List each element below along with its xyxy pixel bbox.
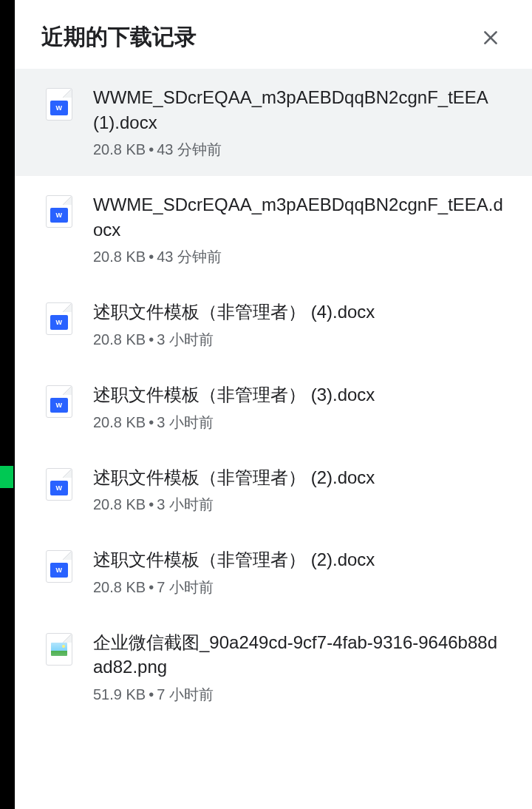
file-time: 43 分钟前 bbox=[157, 248, 222, 265]
download-item[interactable]: WWWME_SDcrEQAA_m3pAEBDqqBN2cgnF_tEEA.doc… bbox=[15, 176, 532, 283]
file-time: 43 分钟前 bbox=[157, 141, 222, 158]
downloads-panel: 近期的下载记录 WWWME_SDcrEQAA_m3pAEBDqqBN2cgnF_… bbox=[15, 0, 532, 809]
panel-title: 近期的下载记录 bbox=[41, 22, 197, 53]
file-size: 20.8 KB bbox=[93, 414, 146, 430]
word-file-icon: W bbox=[46, 195, 72, 228]
file-size: 20.8 KB bbox=[93, 141, 146, 158]
file-meta: 20.8 KB•3 小时前 bbox=[93, 494, 505, 515]
image-file-icon bbox=[46, 633, 72, 666]
close-icon bbox=[481, 28, 500, 47]
file-time: 7 小时前 bbox=[157, 686, 214, 703]
file-size: 20.8 KB bbox=[93, 496, 146, 512]
file-name: 述职文件模板（非管理者） (2).docx bbox=[93, 465, 505, 490]
file-time: 3 小时前 bbox=[157, 414, 214, 430]
file-time: 7 小时前 bbox=[157, 579, 214, 595]
download-item[interactable]: W述职文件模板（非管理者） (2).docx20.8 KB•7 小时前 bbox=[15, 531, 532, 614]
file-name: 企业微信截图_90a249cd-9cf7-4fab-9316-9646b88da… bbox=[93, 630, 505, 680]
file-info: WWME_SDcrEQAA_m3pAEBDqqBN2cgnF_tEEA.docx… bbox=[93, 192, 505, 267]
file-meta: 20.8 KB•7 小时前 bbox=[93, 577, 505, 598]
word-file-icon: W bbox=[46, 302, 72, 335]
meta-separator: • bbox=[149, 331, 154, 348]
file-meta: 20.8 KB•43 分钟前 bbox=[93, 246, 505, 267]
file-meta: 51.9 KB•7 小时前 bbox=[93, 684, 505, 705]
download-list: WWWME_SDcrEQAA_m3pAEBDqqBN2cgnF_tEEA (1)… bbox=[15, 69, 532, 721]
word-file-icon: W bbox=[46, 385, 72, 418]
download-item[interactable]: W述职文件模板（非管理者） (2).docx20.8 KB•3 小时前 bbox=[15, 449, 532, 532]
file-size: 20.8 KB bbox=[93, 248, 146, 265]
file-name: WWME_SDcrEQAA_m3pAEBDqqBN2cgnF_tEEA.docx bbox=[93, 192, 505, 242]
word-file-icon: W bbox=[46, 468, 72, 501]
file-size: 51.9 KB bbox=[93, 686, 146, 703]
background-edge bbox=[0, 0, 15, 809]
file-size: 20.8 KB bbox=[93, 331, 146, 348]
file-time: 3 小时前 bbox=[157, 331, 214, 348]
download-item[interactable]: W述职文件模板（非管理者） (3).docx20.8 KB•3 小时前 bbox=[15, 366, 532, 449]
panel-header: 近期的下载记录 bbox=[15, 0, 532, 69]
meta-separator: • bbox=[149, 414, 154, 430]
download-item[interactable]: 企业微信截图_90a249cd-9cf7-4fab-9316-9646b88da… bbox=[15, 614, 532, 721]
file-size: 20.8 KB bbox=[93, 579, 146, 595]
file-name: 述职文件模板（非管理者） (4).docx bbox=[93, 299, 505, 325]
file-info: WWME_SDcrEQAA_m3pAEBDqqBN2cgnF_tEEA (1).… bbox=[93, 85, 505, 160]
file-name: WWME_SDcrEQAA_m3pAEBDqqBN2cgnF_tEEA (1).… bbox=[93, 85, 505, 135]
file-info: 述职文件模板（非管理者） (2).docx20.8 KB•7 小时前 bbox=[93, 547, 505, 598]
download-item[interactable]: W述职文件模板（非管理者） (4).docx20.8 KB•3 小时前 bbox=[15, 283, 532, 366]
meta-separator: • bbox=[149, 141, 154, 158]
file-meta: 20.8 KB•3 小时前 bbox=[93, 412, 505, 433]
word-file-icon: W bbox=[46, 88, 72, 121]
file-info: 述职文件模板（非管理者） (3).docx20.8 KB•3 小时前 bbox=[93, 382, 505, 433]
meta-separator: • bbox=[149, 496, 154, 512]
file-name: 述职文件模板（非管理者） (3).docx bbox=[93, 382, 505, 407]
meta-separator: • bbox=[149, 686, 154, 703]
file-info: 述职文件模板（非管理者） (2).docx20.8 KB•3 小时前 bbox=[93, 465, 505, 515]
meta-separator: • bbox=[149, 579, 154, 595]
file-info: 企业微信截图_90a249cd-9cf7-4fab-9316-9646b88da… bbox=[93, 630, 505, 705]
file-meta: 20.8 KB•43 分钟前 bbox=[93, 139, 505, 160]
word-file-icon: W bbox=[46, 550, 72, 583]
close-button[interactable] bbox=[476, 23, 505, 53]
file-info: 述职文件模板（非管理者） (4).docx20.8 KB•3 小时前 bbox=[93, 299, 505, 350]
background-accent bbox=[0, 466, 13, 488]
meta-separator: • bbox=[149, 248, 154, 265]
file-name: 述职文件模板（非管理者） (2).docx bbox=[93, 547, 505, 572]
download-item[interactable]: WWWME_SDcrEQAA_m3pAEBDqqBN2cgnF_tEEA (1)… bbox=[15, 69, 532, 176]
file-time: 3 小时前 bbox=[157, 496, 214, 512]
file-meta: 20.8 KB•3 小时前 bbox=[93, 329, 505, 350]
